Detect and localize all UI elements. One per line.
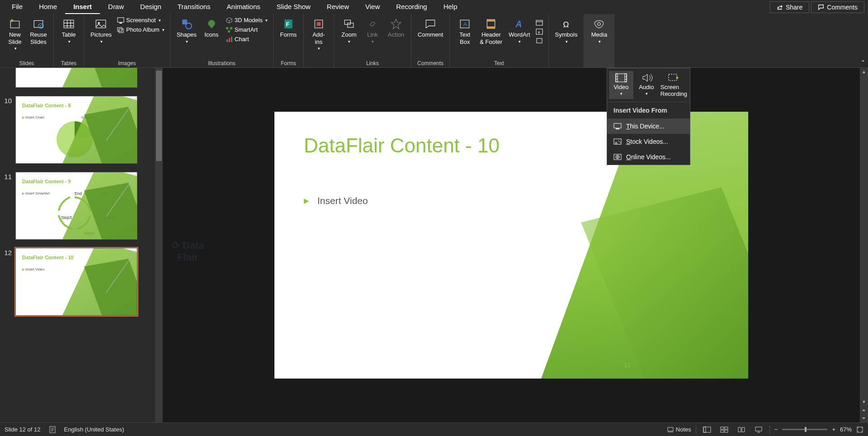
- smartart-icon: [226, 27, 233, 33]
- zoom-slider[interactable]: [782, 429, 827, 430]
- sorter-view-button[interactable]: [718, 425, 731, 435]
- svg-rect-21: [317, 22, 321, 26]
- tab-slideshow[interactable]: Slide Show: [269, 0, 319, 14]
- zoom-in-button[interactable]: +: [832, 426, 835, 433]
- slide-number-button[interactable]: #: [534, 28, 545, 36]
- reuse-slides-button[interactable]: Reuse Slides: [27, 16, 50, 47]
- object-button[interactable]: [534, 37, 545, 45]
- media-menu-header: Insert Video From: [607, 102, 690, 118]
- text-box-button[interactable]: A Text Box: [453, 16, 476, 47]
- tab-review[interactable]: Review: [319, 0, 357, 14]
- slides-list[interactable]: 10 DataFlair Content - 8 Insert Chart SA…: [0, 68, 155, 422]
- svg-rect-53: [755, 427, 762, 431]
- this-device-item[interactable]: This Device...: [607, 118, 690, 134]
- comment-icon: [818, 4, 824, 10]
- slideshow-view-button[interactable]: [752, 425, 765, 435]
- fit-window-button[interactable]: [856, 426, 863, 433]
- svg-rect-9: [119, 29, 123, 33]
- icons-button[interactable]: Icons: [200, 16, 223, 40]
- panel-scrollbar[interactable]: [155, 68, 163, 422]
- addins-button[interactable]: Add- ins▾: [307, 16, 330, 53]
- link-button[interactable]: Link▾: [361, 16, 384, 46]
- notes-label: Notes: [676, 426, 691, 433]
- notes-icon: [667, 427, 674, 433]
- screenshot-icon: [117, 17, 124, 24]
- tab-draw[interactable]: Draw: [100, 0, 132, 14]
- screenshot-button[interactable]: Screenshot▾: [115, 16, 166, 24]
- symbols-button[interactable]: Ω Symbols▾: [552, 16, 580, 46]
- screen-recording-icon: [667, 73, 680, 83]
- comment-button[interactable]: Comment: [415, 16, 446, 40]
- svg-rect-6: [118, 18, 124, 22]
- stock-videos-item[interactable]: Stock Videos...: [607, 134, 690, 149]
- video-dropdown-button[interactable]: Video▾: [609, 71, 633, 99]
- zoom-button[interactable]: Zoom▾: [338, 16, 360, 46]
- svg-rect-28: [487, 26, 495, 28]
- tab-animations[interactable]: Animations: [219, 0, 269, 14]
- header-footer-button[interactable]: Header & Footer: [477, 16, 505, 47]
- watermark: ⟳ Data Flair: [172, 240, 204, 263]
- slide-thumb-11[interactable]: DataFlair Content - 9 Insert SmartArt St…: [15, 172, 137, 240]
- forms-button[interactable]: F Forms: [277, 16, 300, 40]
- svg-point-35: [598, 23, 601, 26]
- group-links-label: Links: [338, 59, 407, 66]
- chart-button[interactable]: Chart: [224, 35, 269, 43]
- zoom-level-label[interactable]: 67%: [840, 426, 852, 433]
- slide-thumb-9[interactable]: [15, 68, 137, 88]
- scrollbar-thumb[interactable]: [156, 71, 162, 161]
- svg-rect-30: [536, 20, 542, 25]
- wordart-label: WordArt: [509, 31, 530, 38]
- zoom-out-button[interactable]: −: [774, 426, 778, 433]
- slide-position-label: Slide 12 of 12: [5, 426, 41, 433]
- action-icon: [390, 18, 402, 30]
- tab-help[interactable]: Help: [435, 0, 466, 14]
- 3d-models-button[interactable]: 3D Models▾: [224, 16, 269, 24]
- date-time-button[interactable]: [534, 19, 545, 27]
- tab-transitions[interactable]: Transitions: [170, 0, 219, 14]
- svg-rect-27: [487, 19, 495, 21]
- collapse-ribbon-button[interactable]: ⌃: [861, 59, 865, 66]
- prev-slide-button[interactable]: ⏶: [860, 406, 868, 414]
- share-button[interactable]: Share: [770, 1, 809, 13]
- photo-album-button[interactable]: Photo Album▾: [115, 25, 166, 34]
- normal-view-button[interactable]: [701, 425, 713, 435]
- audio-dropdown-button[interactable]: Audio▾: [634, 71, 659, 99]
- screen-recording-button[interactable]: Screen Recording: [660, 71, 688, 99]
- next-slide-button[interactable]: ⏷: [860, 414, 868, 422]
- svg-rect-3: [64, 20, 74, 28]
- scroll-down-button[interactable]: ▼: [860, 398, 868, 406]
- comments-button[interactable]: Comments: [811, 1, 864, 13]
- slide-bullet[interactable]: Insert Video: [304, 195, 368, 206]
- scroll-up-button[interactable]: ▲: [860, 68, 868, 76]
- svg-rect-38: [625, 74, 627, 82]
- new-slide-button[interactable]: New Slide▾: [4, 16, 26, 53]
- shapes-icon: [181, 18, 193, 30]
- addins-label: Add- ins: [312, 31, 325, 45]
- action-button[interactable]: Action: [385, 16, 407, 40]
- slide-thumb-12[interactable]: DataFlair Content - 10 Insert Video: [15, 248, 137, 316]
- language-label[interactable]: English (United States): [64, 426, 124, 433]
- wordart-button[interactable]: A WordArt▾: [506, 16, 533, 46]
- slide-title[interactable]: DataFlair Content - 10: [304, 134, 500, 157]
- tab-design[interactable]: Design: [132, 0, 170, 14]
- pictures-button[interactable]: Pictures▾: [88, 16, 114, 46]
- accessibility-icon[interactable]: [49, 426, 56, 433]
- media-button[interactable]: Media▾: [588, 16, 610, 46]
- slide-thumb-10[interactable]: DataFlair Content - 8 Insert Chart SALES: [15, 96, 137, 164]
- slidenum-icon: #: [536, 28, 543, 35]
- table-button[interactable]: Table▾: [57, 16, 80, 46]
- shapes-button[interactable]: Shapes▾: [174, 16, 199, 46]
- notes-button[interactable]: Notes: [667, 426, 691, 433]
- vertical-scrollbar[interactable]: ▲ ▼ ⏶ ⏷: [860, 68, 868, 422]
- reading-view-button[interactable]: [735, 425, 748, 435]
- slide-page-number: 12: [624, 362, 631, 369]
- online-videos-item[interactable]: Online Videos...: [607, 149, 690, 165]
- tab-home[interactable]: Home: [31, 0, 65, 14]
- tab-recording[interactable]: Recording: [388, 0, 435, 14]
- tab-file[interactable]: File: [4, 0, 31, 14]
- svg-text:#: #: [538, 30, 540, 34]
- tab-insert[interactable]: Insert: [65, 0, 100, 14]
- smartart-button[interactable]: SmartArt: [224, 25, 269, 34]
- tab-view[interactable]: View: [357, 0, 388, 14]
- pictures-label: Pictures: [90, 31, 112, 38]
